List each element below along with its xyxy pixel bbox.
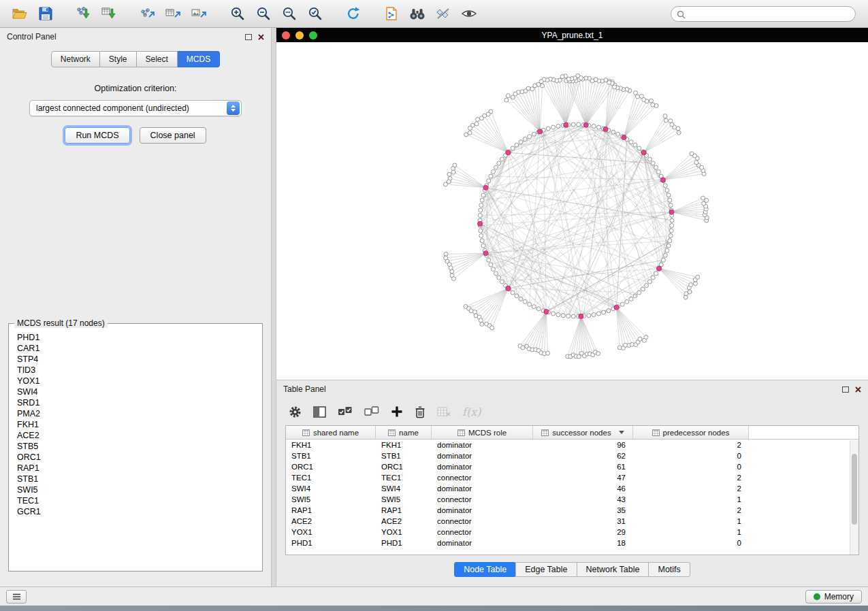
- open-session-button[interactable]: [7, 3, 33, 24]
- network-node[interactable]: [477, 221, 482, 226]
- network-node[interactable]: [602, 310, 606, 314]
- network-node[interactable]: [651, 161, 655, 165]
- column-header-successor-nodes[interactable]: successor nodes: [533, 426, 633, 439]
- network-node[interactable]: [571, 122, 575, 127]
- network-node[interactable]: [451, 170, 455, 174]
- network-node[interactable]: [479, 203, 483, 208]
- table-row[interactable]: ACE2ACE2connector311: [286, 516, 858, 527]
- network-node[interactable]: [479, 229, 483, 233]
- column-header-predecessor-nodes[interactable]: predecessor nodes: [633, 426, 749, 439]
- network-node[interactable]: [469, 309, 473, 313]
- network-node[interactable]: [614, 305, 619, 310]
- float-panel-button[interactable]: [245, 34, 252, 40]
- network-node[interactable]: [506, 94, 510, 98]
- network-node[interactable]: [689, 283, 693, 287]
- network-node[interactable]: [651, 276, 655, 280]
- network-node[interactable]: [560, 75, 564, 79]
- network-node[interactable]: [669, 229, 673, 233]
- network-node[interactable]: [633, 90, 637, 95]
- network-node[interactable]: [556, 124, 560, 128]
- network-node[interactable]: [546, 127, 550, 131]
- network-node[interactable]: [480, 239, 484, 243]
- tab-motifs[interactable]: Motifs: [648, 562, 690, 577]
- mcds-result-item[interactable]: STP4: [17, 354, 254, 365]
- network-node[interactable]: [490, 326, 494, 330]
- network-node[interactable]: [666, 244, 671, 248]
- network-node[interactable]: [481, 193, 485, 197]
- network-node[interactable]: [694, 161, 698, 165]
- table-row[interactable]: PHD1PHD1dominator180: [286, 538, 858, 548]
- network-node[interactable]: [489, 174, 493, 178]
- mcds-result-item[interactable]: ACE2: [17, 430, 254, 441]
- mcds-result-item[interactable]: TEC1: [17, 495, 254, 506]
- network-node[interactable]: [657, 266, 662, 271]
- network-node[interactable]: [523, 137, 527, 141]
- network-node[interactable]: [551, 125, 556, 129]
- network-node[interactable]: [564, 122, 568, 127]
- show-columns-button[interactable]: [313, 406, 326, 418]
- network-node[interactable]: [664, 118, 668, 122]
- network-node[interactable]: [528, 135, 532, 139]
- network-node[interactable]: [497, 276, 501, 280]
- network-node[interactable]: [654, 165, 658, 169]
- network-node[interactable]: [468, 126, 472, 130]
- network-node[interactable]: [487, 179, 491, 183]
- mcds-result-item[interactable]: STB1: [17, 474, 254, 484]
- import-table-button[interactable]: [97, 3, 123, 24]
- network-node[interactable]: [483, 185, 488, 190]
- network-node[interactable]: [629, 140, 633, 144]
- zoom-in-button[interactable]: [225, 3, 251, 24]
- network-node[interactable]: [607, 309, 611, 313]
- mcds-result-item[interactable]: SRD1: [17, 397, 254, 408]
- network-node[interactable]: [633, 143, 637, 147]
- network-node[interactable]: [592, 313, 596, 317]
- network-node[interactable]: [541, 84, 545, 88]
- network-node[interactable]: [494, 271, 498, 276]
- network-node[interactable]: [528, 302, 532, 306]
- table-row[interactable]: YOX1YOX1connector291: [286, 527, 858, 538]
- network-node[interactable]: [492, 169, 496, 174]
- network-node[interactable]: [551, 312, 556, 316]
- save-session-button[interactable]: [33, 3, 59, 24]
- network-node[interactable]: [701, 196, 705, 200]
- share-document-button[interactable]: [379, 3, 404, 24]
- network-node[interactable]: [596, 312, 600, 316]
- mcds-result-item[interactable]: PHD1: [17, 332, 254, 343]
- network-node[interactable]: [450, 269, 454, 274]
- mcds-result-item[interactable]: CAR1: [17, 343, 254, 354]
- network-node[interactable]: [571, 314, 575, 318]
- network-node[interactable]: [532, 305, 536, 309]
- add-column-button[interactable]: [391, 406, 403, 418]
- network-node[interactable]: [587, 314, 591, 318]
- memory-button[interactable]: Memory: [805, 590, 862, 604]
- table-scrollbar-thumb[interactable]: [852, 454, 857, 525]
- close-panel-button[interactable]: Close panel: [140, 127, 206, 144]
- network-node[interactable]: [633, 294, 637, 298]
- export-network-button[interactable]: [135, 3, 161, 24]
- select-all-button[interactable]: [338, 406, 353, 418]
- refresh-button[interactable]: [340, 3, 366, 24]
- search-input[interactable]: [671, 6, 856, 22]
- network-node[interactable]: [479, 318, 483, 323]
- export-image-button[interactable]: [187, 3, 212, 24]
- network-node[interactable]: [492, 267, 496, 271]
- network-node[interactable]: [660, 178, 665, 182]
- show-details-button[interactable]: [456, 3, 482, 24]
- network-node[interactable]: [641, 287, 645, 291]
- window-minimize-light[interactable]: [295, 31, 304, 39]
- network-node[interactable]: [592, 124, 596, 128]
- mcds-result-item[interactable]: YOX1: [17, 376, 254, 386]
- network-node[interactable]: [639, 94, 643, 98]
- network-node[interactable]: [479, 116, 483, 120]
- network-node[interactable]: [625, 300, 629, 304]
- panel-splitter[interactable]: [271, 28, 276, 587]
- table-scrollbar[interactable]: [850, 440, 858, 555]
- table-row[interactable]: FKH1FKH1dominator962: [286, 440, 858, 450]
- network-node[interactable]: [511, 146, 515, 150]
- network-node[interactable]: [670, 218, 674, 222]
- network-node[interactable]: [690, 152, 694, 156]
- network-node[interactable]: [478, 213, 482, 217]
- network-node[interactable]: [556, 313, 560, 317]
- network-node[interactable]: [451, 277, 455, 281]
- mcds-result-item[interactable]: RAP1: [17, 463, 254, 474]
